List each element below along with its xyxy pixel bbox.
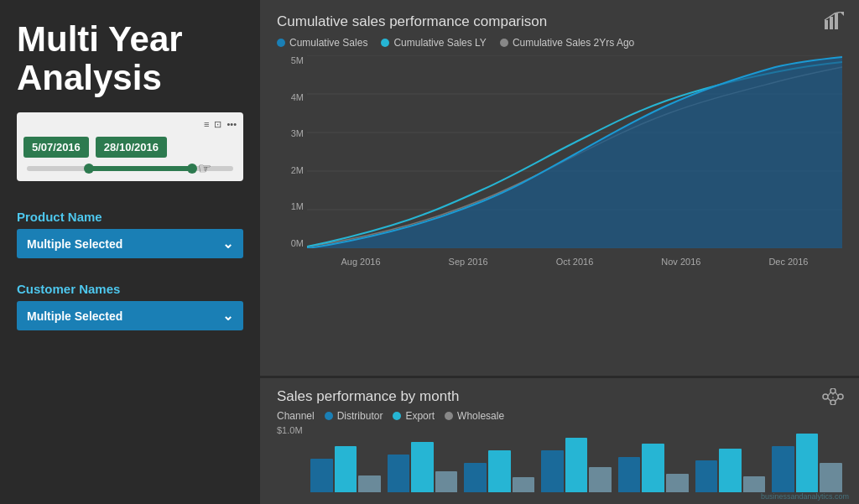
legend-wholesale: Wholesale	[445, 410, 504, 422]
wholesale-label: Wholesale	[457, 410, 504, 422]
svg-point-13	[830, 400, 836, 405]
bar-distributor-3	[464, 463, 487, 492]
svg-line-16	[836, 398, 838, 401]
right-panel: Cumulative sales performance comparison …	[260, 0, 859, 504]
date-inputs: 5/07/2016 28/10/2016	[23, 137, 237, 158]
x-label-aug: Aug 2016	[341, 257, 380, 267]
bottom-y-label: $1.0M	[277, 425, 303, 435]
bar-group-3	[464, 450, 534, 492]
customer-dropdown-value: Multiple Selected	[27, 309, 122, 323]
legend-label-1: Cumulative Sales	[289, 37, 367, 49]
bar-distributor-1	[310, 459, 333, 492]
bar-group-1	[310, 446, 381, 492]
svg-marker-3	[840, 12, 844, 16]
bar-wholesale-1	[358, 475, 381, 492]
bar-distributor-5	[618, 457, 641, 492]
bar-group-7	[772, 434, 842, 492]
export-label: Export	[405, 410, 435, 422]
y-label-3: 3M	[277, 128, 304, 138]
y-label-5: 5M	[277, 55, 304, 65]
export-dot	[393, 412, 401, 420]
bar-export-4	[565, 438, 588, 492]
customer-filter-label: Customer Names	[17, 282, 243, 296]
svg-point-11	[830, 388, 836, 393]
product-dropdown-value: Multiple Selected	[27, 237, 122, 251]
svg-rect-1	[830, 17, 833, 29]
product-filter-label: Product Name	[17, 210, 243, 224]
bar-distributor-6	[695, 460, 718, 492]
bar-distributor-2	[388, 455, 410, 492]
bar-group-4	[541, 438, 612, 492]
svg-point-10	[823, 394, 828, 399]
legend-dot-3	[500, 39, 508, 47]
customer-chevron-icon: ⌄	[222, 308, 233, 324]
bar-export-3	[488, 450, 511, 492]
bar-export-5	[642, 444, 664, 492]
bar-export-1	[335, 446, 357, 492]
y-label-2: 2M	[277, 165, 304, 175]
bar-distributor-7	[772, 446, 794, 492]
bar-wholesale-2	[435, 471, 458, 492]
channel-legend: Channel Distributor Export Wholesale	[277, 410, 842, 422]
slider-thumb-left[interactable]	[84, 164, 94, 174]
product-chevron-icon: ⌄	[222, 236, 233, 252]
wholesale-dot	[445, 412, 453, 420]
bars-container	[310, 434, 842, 492]
bar-wholesale-5	[666, 474, 689, 492]
bar-wholesale-6	[743, 476, 766, 492]
network-icon	[822, 388, 844, 409]
x-label-sep: Sep 2016	[449, 257, 488, 267]
svg-rect-0	[825, 20, 828, 29]
legend-dot-1	[277, 39, 285, 47]
bottom-chart-section: Sales performance by month Channel Distr…	[260, 378, 859, 504]
x-label-dec: Dec 2016	[768, 257, 808, 267]
date-range-widget[interactable]: ≡ ⊡ ••• 5/07/2016 28/10/2016 ☞	[17, 112, 243, 181]
svg-line-15	[836, 392, 838, 396]
distributor-label: Distributor	[337, 410, 383, 422]
customer-dropdown[interactable]: Multiple Selected ⌄	[17, 301, 243, 330]
bar-group-2	[388, 442, 458, 492]
legend-cumulative-sales-ly: Cumulative Sales LY	[381, 37, 487, 49]
slider-thumb-right[interactable]	[187, 164, 197, 174]
x-label-nov: Nov 2016	[661, 257, 700, 267]
left-panel: Multi YearAnalysis ≡ ⊡ ••• 5/07/2016 28/…	[0, 0, 260, 504]
app-title: Multi YearAnalysis	[17, 20, 243, 97]
top-chart-area: 0M 1M 2M 3M 4M 5M	[277, 55, 842, 273]
bar-group-6	[695, 449, 766, 492]
x-axis: Aug 2016 Sep 2016 Oct 2016 Nov 2016 Dec …	[307, 250, 842, 273]
y-label-4: 4M	[277, 92, 304, 102]
bar-export-6	[719, 449, 742, 492]
end-date-input[interactable]: 28/10/2016	[96, 137, 167, 158]
slider-fill	[89, 166, 192, 171]
bottom-chart-area: $1.0M	[277, 425, 842, 492]
svg-line-17	[828, 398, 830, 401]
legend-label-3: Cumulative Sales 2Yrs Ago	[513, 37, 634, 49]
legend-export: Export	[393, 410, 435, 422]
legend-cumulative-sales: Cumulative Sales	[277, 37, 367, 49]
distributor-dot	[325, 412, 333, 420]
start-date-input[interactable]: 5/07/2016	[23, 137, 89, 158]
bar-export-2	[411, 442, 434, 492]
bar-distributor-4	[541, 450, 564, 492]
svg-point-12	[838, 394, 843, 399]
legend-cumulative-sales-2ago: Cumulative Sales 2Yrs Ago	[500, 37, 634, 49]
svg-line-14	[828, 392, 830, 396]
watermark: businessandanalytics.com	[761, 492, 849, 501]
legend-dot-2	[381, 39, 389, 47]
top-chart-section: Cumulative sales performance comparison …	[260, 0, 859, 378]
legend-distributor: Distributor	[325, 410, 383, 422]
widget-toolbar: ≡ ⊡ •••	[23, 119, 237, 130]
more-icon[interactable]: •••	[226, 119, 237, 130]
bar-export-7	[796, 434, 819, 492]
bar-wholesale-4	[589, 467, 612, 492]
expand-icon[interactable]: ⊡	[214, 119, 221, 130]
bottom-chart-title: Sales performance by month	[277, 388, 842, 405]
menu-icon[interactable]: ≡	[204, 119, 209, 130]
product-dropdown[interactable]: Multiple Selected ⌄	[17, 229, 243, 258]
bar-wholesale-7	[820, 463, 842, 492]
cursor-icon: ☞	[198, 159, 211, 178]
top-chart-legend: Cumulative Sales Cumulative Sales LY Cum…	[277, 37, 842, 49]
bar-group-5	[618, 444, 689, 492]
chart-svg-container	[307, 55, 842, 248]
bar-chart-icon	[824, 12, 844, 34]
